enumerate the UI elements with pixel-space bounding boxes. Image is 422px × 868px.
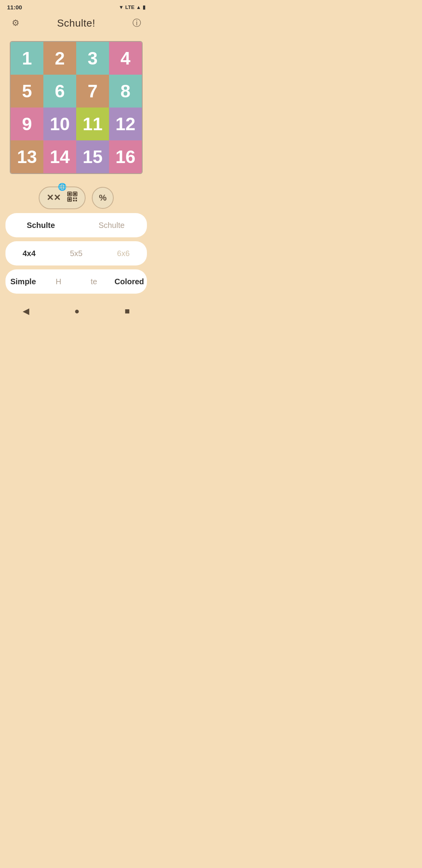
svg-rect-9: [75, 200, 77, 201]
info-button[interactable]: ⓘ: [129, 15, 145, 31]
cell-7[interactable]: 7: [76, 75, 109, 108]
cell-6[interactable]: 6: [43, 75, 76, 108]
status-icons: ▼ LTE ▲ ▮: [119, 4, 145, 10]
options-area: Schulte Schulte 4x4 5x5 6x6 Simple H te …: [0, 213, 152, 294]
cell-4[interactable]: 4: [109, 42, 142, 75]
6x6-option[interactable]: 6x6: [100, 241, 147, 265]
cell-3[interactable]: 3: [76, 42, 109, 75]
svg-rect-7: [75, 197, 77, 199]
svg-rect-5: [68, 198, 71, 201]
svg-rect-1: [68, 193, 71, 195]
cell-5[interactable]: 5: [11, 75, 43, 108]
cell-13[interactable]: 13: [11, 140, 43, 173]
app-title: Schulte!: [57, 17, 95, 29]
colored-option[interactable]: Colored: [112, 269, 147, 294]
game-grid: 12345678910111213141516: [10, 41, 143, 174]
simple-option[interactable]: Simple: [5, 269, 41, 294]
status-bar: 11:00 ▼ LTE ▲ ▮: [0, 0, 152, 13]
globe-icon: 🌐: [58, 183, 66, 191]
game-type-row: Schulte Schulte: [5, 213, 147, 237]
cell-8[interactable]: 8: [109, 75, 142, 108]
cell-14[interactable]: 14: [43, 140, 76, 173]
back-button[interactable]: ◀: [15, 303, 37, 319]
time: 11:00: [7, 4, 22, 11]
info-icon: ⓘ: [132, 17, 141, 29]
hidden-option[interactable]: H: [41, 269, 77, 294]
grid-cells: 12345678910111213141516: [11, 42, 142, 173]
cell-16[interactable]: 16: [109, 140, 142, 173]
style-row: Simple H te Colored: [5, 269, 147, 294]
grid-size-row: 4x4 5x5 6x6: [5, 241, 147, 265]
wifi-icon: ▼: [119, 4, 124, 10]
cross-swords-icon: ✕✕: [46, 193, 61, 203]
4x4-option[interactable]: 4x4: [5, 241, 53, 265]
battery-icon: ▮: [143, 4, 145, 10]
5x5-option[interactable]: 5x5: [53, 241, 100, 265]
header: ⚙ Schulte! ⓘ: [0, 13, 152, 35]
game-mode-pill[interactable]: 🌐 ✕✕: [39, 187, 86, 209]
svg-rect-8: [73, 200, 75, 201]
signal-icon: ▲: [136, 4, 141, 10]
bottom-icons-row: 🌐 ✕✕ %: [0, 187, 152, 209]
stop-button[interactable]: ■: [117, 303, 138, 319]
cell-11[interactable]: 11: [76, 108, 109, 140]
settings-button[interactable]: ⚙: [8, 15, 23, 31]
cell-9[interactable]: 9: [11, 108, 43, 140]
schulte-alt-option[interactable]: Schulte: [76, 213, 147, 237]
percent-icon: %: [99, 193, 107, 203]
cell-1[interactable]: 1: [11, 42, 43, 75]
cell-2[interactable]: 2: [43, 42, 76, 75]
te-option[interactable]: te: [76, 269, 112, 294]
svg-rect-3: [74, 193, 76, 195]
cell-15[interactable]: 15: [76, 140, 109, 173]
schulte-option[interactable]: Schulte: [5, 213, 76, 237]
home-button[interactable]: ●: [66, 303, 87, 319]
navigation-bar: ◀ ● ■: [0, 298, 152, 327]
lte-label: LTE: [125, 4, 135, 10]
svg-rect-6: [73, 197, 75, 199]
cell-10[interactable]: 10: [43, 108, 76, 140]
cell-12[interactable]: 12: [109, 108, 142, 140]
percent-button[interactable]: %: [92, 187, 114, 209]
qr-icon: [67, 191, 78, 204]
gear-icon: ⚙: [12, 18, 20, 28]
